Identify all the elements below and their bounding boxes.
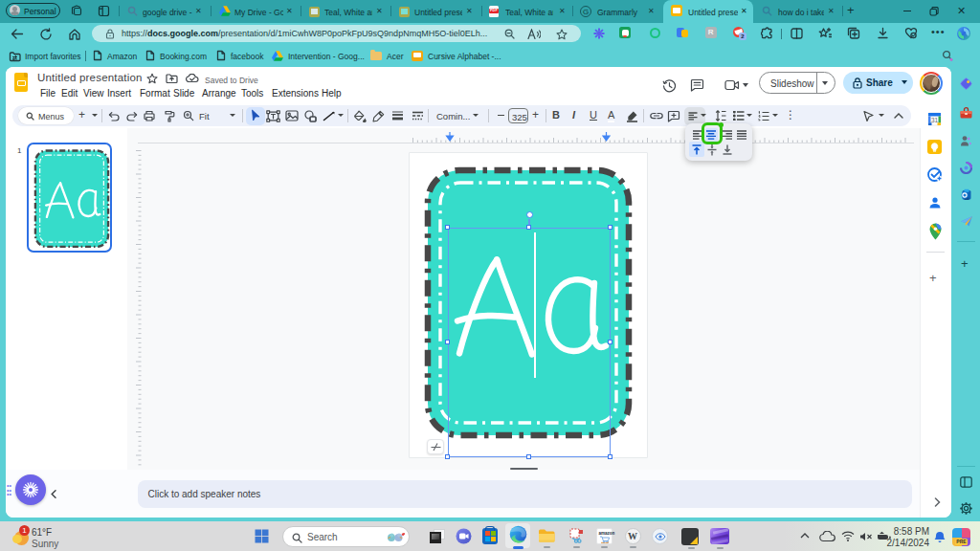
svg-text:31: 31 [931,116,939,122]
